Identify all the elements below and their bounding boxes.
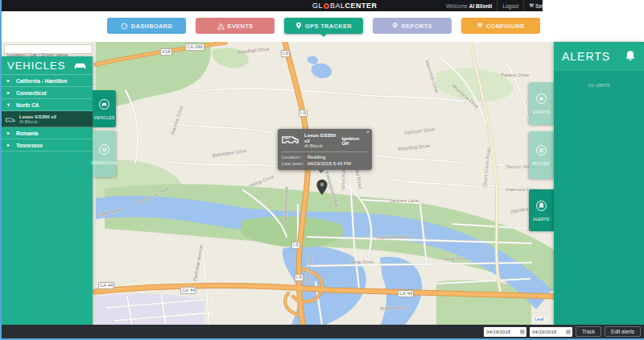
divider [497,0,497,11]
last-seen-label: Last seen: [282,160,308,167]
nav-tab-label: CONFIGURE [486,23,525,30]
side-tab-label: ROUTES [533,162,550,166]
welcome-text: Welcome Al Bilonti [446,3,492,9]
logo-target-icon [324,3,329,9]
vehicles-panel-title: VEHICLES [7,60,65,72]
vehicle-item-lexus-gs350-v2[interactable]: Lexus GS350 v2 Al Bilonti [2,111,93,127]
vehicle-group-label: Tennessee [16,143,43,148]
vehicle-group-north-ca[interactable]: ▾ North CA [2,99,93,111]
vehicles-tab-icon [98,98,110,114]
nav-tab-reports[interactable]: ⚙ REPORTS [373,18,452,34]
route-shield: I-5 [281,50,290,57]
nav-tabs: DASHBOARD EVENTS GPS TRACKER ⚙ REPORTS ⚒… [107,18,540,34]
nav-tab-events[interactable]: EVENTS [196,18,275,34]
route-shield: CA 299 [185,44,204,51]
side-tab-label: EVENTS [533,110,550,114]
route-shield: A18 [160,48,172,56]
settings-wrench-icon: ⚒ [529,2,534,9]
vehicle-group-romania[interactable]: ▸ Romania [2,127,93,139]
edit-alerts-button[interactable]: Edit alerts [605,326,641,337]
route-shield: I-5 [295,274,303,281]
nav-tab-label: GPS TRACKER [305,23,352,30]
location-value: Redding [308,154,325,160]
warning-icon [217,23,225,30]
chevron-right-icon: ▸ [7,139,10,151]
logo-text: BAL [330,2,345,10]
header-band: GLBALCENTER Welcome Al Bilonti Logout ⚒S… [2,0,644,11]
street-label: Dana Drive [443,256,467,261]
app-window: GLBALCENTER Welcome Al Bilonti Logout ⚒S… [0,0,644,340]
tooltip-driver-name: Al Bilonti [304,143,338,149]
side-tab-alerts[interactable]: ALERTS [529,189,554,231]
map-attribution-link[interactable]: Leaf [533,317,546,321]
car-icon [73,60,87,72]
calendar-icon[interactable]: ▦ [519,329,526,334]
vehicle-group-connecticut[interactable]: ▸ Connecticut [2,87,93,99]
nav-tab-configure[interactable]: ⚒ CONFIGURE [461,18,540,34]
vehicle-name: Lexus GS350 v2 [19,114,56,119]
header-user-area: Welcome Al Bilonti Logout ⚒Settings [446,0,555,11]
vehicle-group-label: Connecticut [16,90,47,96]
dashboard-icon [121,23,128,30]
alerts-panel-title: ALERTS [562,50,610,63]
route-shield: I-5 [291,242,300,249]
settings-link[interactable]: ⚒Settings [529,2,554,9]
nav-tab-gps-tracker[interactable]: GPS TRACKER [284,18,363,34]
street-label: Palacio Drive [501,73,529,77]
street-label: Dana Drive [349,259,374,264]
side-tab-label: ALERTS [533,217,549,221]
date-from-box: ▦ [484,327,526,337]
app-logo: GLBALCENTER [312,0,378,11]
vehicle-group-tennessee[interactable]: ▸ Tennessee [2,139,93,151]
calendar-icon[interactable]: ▦ [565,329,572,334]
route-shield: CA 44 [98,282,114,289]
reports-gear-icon: ⚙ [392,23,398,29]
last-seen-value: 04/19/2018 5:43 PM [308,160,351,167]
bell-icon [625,50,636,64]
nav-tab-dashboard[interactable]: DASHBOARD [107,18,186,34]
ignition-status: Ignition Off [341,136,368,146]
gps-pin-icon [295,22,302,30]
side-tab-operations[interactable]: OPERATIONS [93,131,116,177]
route-shield: CA 44 [398,290,414,297]
alerts-panel: ALERTS no alerts [554,42,644,325]
tooltip-vehicle-name: Lexus GS350 v2 [304,132,338,143]
divider [282,151,368,152]
close-icon[interactable]: × [366,129,369,135]
chevron-right-icon: ▸ [7,75,10,87]
side-tab-label: OPERATIONS [91,160,118,164]
track-button[interactable]: Track [576,326,601,337]
logo-text: GL [312,2,323,10]
divider [523,0,524,11]
events-tab-icon [535,93,547,108]
user-name: Al Bilonti [469,3,493,9]
vehicle-driver: Al Bilonti [19,119,56,124]
side-tab-vehicles[interactable]: VEHICLES [93,90,116,127]
date-from-input[interactable] [484,330,519,334]
operations-tab-icon [98,143,110,159]
main-content: Woodball DrivePalacio DriveMammoth Drive… [2,42,644,325]
chevron-right-icon: ▸ [7,87,10,99]
alerts-empty-state: no alerts [554,71,644,88]
side-tab-events[interactable]: EVENTS [529,82,554,125]
date-to-input[interactable] [530,330,565,334]
alerts-tab-icon [535,200,547,215]
vehicle-group-california-hamilton[interactable]: ▸ California - Hamilton [2,75,93,87]
vehicle-group-label: California - Hamilton [16,78,68,84]
chevron-right-icon: ▸ [7,127,10,139]
van-icon [282,134,301,148]
street-label: Lancers Lane [390,198,419,203]
route-shield: I-5 [299,110,308,117]
route-shield: CA 44 [180,287,196,294]
vehicle-group-label: North CA [16,102,39,108]
search-box [4,44,93,54]
side-tab-routes[interactable]: ROUTES [529,131,554,179]
vehicle-tooltip: × Lexus GS350 v2 Al Bilonti Ignition Off… [278,129,372,170]
nav-tab-label: EVENTS [228,23,254,30]
side-tab-label: VEHICLES [94,115,115,119]
vehicles-panel: VEHICLES ▸ California - Hamilton ▸ Conne… [2,56,93,325]
location-label: Location: [282,154,308,160]
configure-wrench-icon: ⚒ [477,23,482,29]
vehicle-group-label: Romania [16,131,38,136]
logout-link[interactable]: Logout [502,3,518,9]
